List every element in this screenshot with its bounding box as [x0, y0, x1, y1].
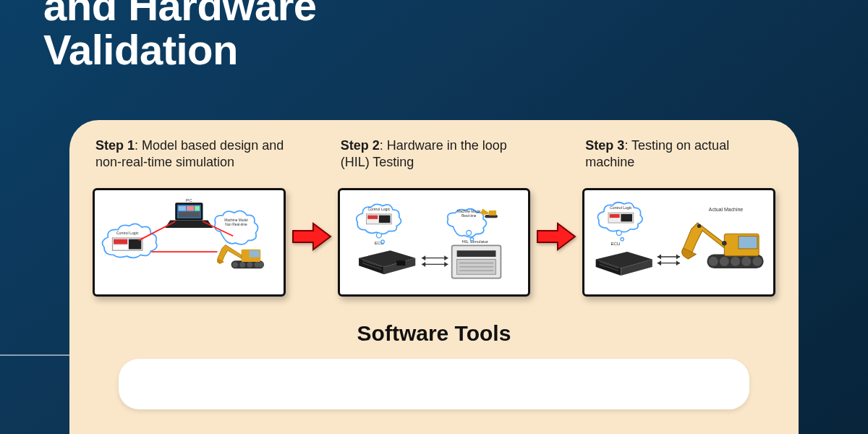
step-3-svg: Control Logic ECU [584, 190, 773, 294]
svg-point-12 [232, 262, 238, 268]
svg-rect-3 [187, 206, 194, 211]
svg-marker-41 [422, 262, 425, 267]
svg-rect-10 [114, 245, 127, 249]
step-3-label: Step 3: Testing on actual machine [579, 137, 778, 188]
software-tools-title: Software Tools [90, 321, 778, 346]
svg-marker-37 [444, 255, 448, 260]
svg-point-53 [731, 257, 740, 266]
step-2-illustration: Control Logic Machine Model Real-time [338, 188, 531, 297]
step-1: Step 1: Model based design and non-real-… [90, 137, 289, 297]
svg-point-55 [753, 257, 762, 266]
svg-marker-38 [422, 255, 425, 260]
svg-rect-43 [610, 214, 620, 218]
arrow-right-icon [292, 221, 332, 252]
step-3-num: Step 3 [585, 138, 624, 153]
ecu-icon: ECU [359, 240, 415, 275]
arrow-1 [292, 137, 332, 252]
machine-model-cloud-icon: Machine Model Non Real-time [215, 210, 258, 244]
step-2: Step 2: Hardware in the loop (HIL) Testi… [335, 137, 534, 297]
step-1-svg: PC Control Logic [95, 190, 284, 294]
svg-rect-23 [488, 210, 495, 216]
thought-bubble-icon [381, 240, 384, 243]
machine-model-rt-label-1: Machine Model [457, 210, 480, 213]
svg-point-58 [722, 241, 727, 246]
machine-model-rt-label-2: Real-time [461, 214, 477, 218]
step-2-num: Step 2 [341, 138, 380, 153]
excavator-icon [682, 223, 764, 268]
svg-point-59 [697, 224, 701, 228]
ecu-icon: ECU [596, 241, 652, 276]
svg-rect-4 [195, 206, 200, 211]
arrow-2 [536, 137, 576, 252]
control-logic-label: Control Logic [610, 205, 632, 210]
svg-rect-21 [379, 216, 391, 223]
svg-marker-62 [658, 255, 661, 260]
thought-bubble-icon [376, 233, 381, 238]
svg-rect-8 [114, 239, 127, 244]
hil-label: HIL Simulator [461, 239, 488, 244]
svg-point-13 [239, 262, 245, 268]
pc-label: PC [186, 197, 192, 203]
actual-machine-label-group: Actual Machine [709, 207, 744, 212]
step-1-label: Step 1: Model based design and non-real-… [90, 137, 289, 188]
excavator-icon [217, 244, 264, 268]
control-logic-cloud-icon: Control Logic [356, 204, 401, 234]
svg-rect-22 [485, 215, 498, 218]
machine-model-cloud-icon: Machine Model Real-time [447, 209, 497, 237]
svg-point-14 [247, 262, 252, 268]
step-1-num: Step 1 [95, 138, 135, 153]
svg-marker-64 [676, 260, 680, 265]
thought-bubble-icon [621, 237, 624, 240]
machine-model-label: Machine Model [224, 218, 247, 222]
software-tools-box [119, 359, 749, 409]
slide-title: and Hardware Validation [0, 0, 868, 72]
svg-rect-44 [621, 214, 633, 221]
ecu-label: ECU [611, 241, 621, 246]
title-line-1: and Hardware [43, 0, 317, 29]
step-3: Step 3: Testing on actual machine Contro… [579, 137, 778, 297]
svg-rect-20 [367, 216, 378, 219]
svg-point-16 [258, 262, 264, 268]
control-logic-cloud-icon: Control Logic [103, 224, 157, 258]
diagram-panel: Step 1: Model based design and non-real-… [69, 120, 799, 434]
actual-machine-label: Actual Machine [709, 207, 744, 212]
machine-model-label-2: Non Real-time [225, 223, 247, 226]
svg-point-52 [720, 257, 729, 266]
svg-rect-57 [739, 237, 757, 249]
svg-marker-40 [444, 262, 448, 267]
svg-point-51 [709, 257, 718, 266]
title-line-2: Validation [43, 26, 238, 73]
svg-marker-65 [658, 260, 661, 265]
thought-bubble-icon [466, 230, 471, 235]
svg-rect-2 [179, 206, 186, 211]
control-logic-label: Control Logic [116, 231, 139, 235]
thought-bubble-icon [470, 237, 473, 240]
bidir-arrow-icon [422, 255, 448, 267]
svg-marker-61 [676, 255, 680, 260]
steps-row: Step 1: Model based design and non-real-… [90, 137, 778, 297]
arrow-right-icon [536, 221, 576, 252]
thought-bubble-icon [617, 230, 622, 235]
control-logic-label: Control Logic [367, 207, 390, 211]
svg-rect-31 [456, 250, 495, 257]
svg-rect-5 [179, 212, 200, 217]
hil-simulator-icon: HIL Simulator [451, 239, 501, 278]
svg-rect-29 [396, 260, 405, 265]
bidir-arrow-icon [658, 255, 680, 266]
svg-rect-18 [250, 250, 260, 257]
svg-point-54 [742, 257, 752, 266]
step-1-illustration: PC Control Logic [93, 188, 286, 297]
svg-marker-6 [165, 221, 213, 228]
left-divider [0, 354, 69, 356]
step-3-illustration: Control Logic ECU [582, 188, 775, 297]
step-2-label: Step 2: Hardware in the loop (HIL) Testi… [335, 137, 534, 188]
control-logic-cloud-icon: Control Logic [598, 203, 643, 232]
step-2-svg: Control Logic Machine Model Real-time [340, 190, 529, 294]
